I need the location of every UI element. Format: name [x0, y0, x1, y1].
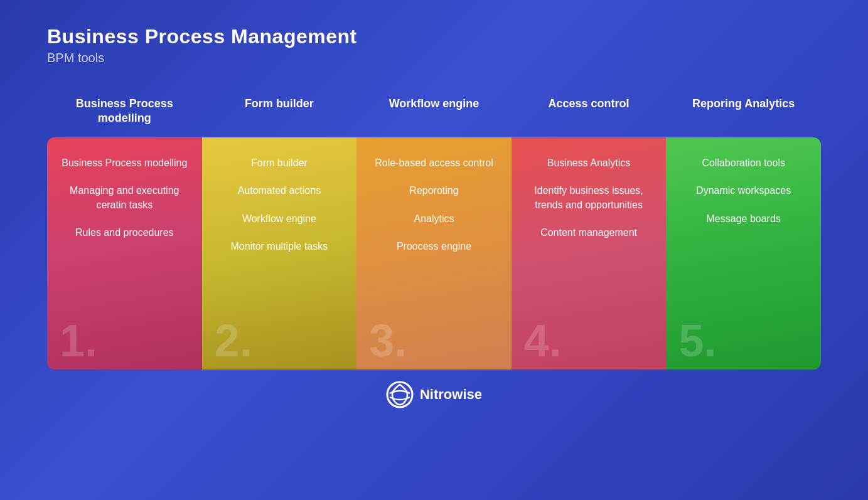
- logo-text: Nitrowise: [420, 386, 482, 403]
- list-item: Business Process modelling: [62, 156, 187, 170]
- card-col3: Role-based access controlReporotingAnaly…: [356, 137, 512, 370]
- list-item: Monitor multiple tasks: [231, 240, 328, 253]
- list-item: Content management: [540, 226, 637, 240]
- card-number: 5.: [678, 318, 716, 363]
- col-header-col2: Form builder: [202, 90, 357, 137]
- svg-point-0: [387, 382, 412, 407]
- card-number: 1.: [60, 318, 97, 363]
- card-col2: Form builderAutomated actionsWorkflow en…: [202, 137, 357, 370]
- card-col4: Business AnalyticsIdentify business issu…: [512, 137, 667, 370]
- list-item: Reporoting: [409, 184, 458, 198]
- list-item: Role-based access control: [375, 156, 493, 170]
- list-item: Dynamic workspaces: [696, 184, 791, 198]
- list-item: Managing and executing ceratin tasks: [60, 184, 190, 212]
- card-col5: Collaboration toolsDynamic workspacesMes…: [666, 137, 821, 370]
- list-item: Message boards: [707, 212, 781, 226]
- col-header-col4: Access control: [512, 90, 667, 137]
- list-item: Automated actions: [238, 184, 321, 198]
- card-col1: Business Process modellingManaging and e…: [47, 137, 202, 370]
- header: Business Process Management BPM tools: [0, 0, 868, 78]
- columns-section: Business Process modellingForm builderWo…: [0, 78, 868, 370]
- cards-row: Business Process modellingManaging and e…: [47, 137, 821, 370]
- card-number: 4.: [524, 318, 562, 363]
- page-title: Business Process Management: [47, 25, 821, 48]
- logo-icon: [386, 381, 414, 408]
- list-item: Form builder: [251, 156, 308, 170]
- list-item: Rules and procedures: [75, 226, 174, 240]
- list-item: Proocess engine: [397, 240, 471, 253]
- list-item: Workflow engine: [242, 212, 316, 226]
- list-item: Business Analytics: [547, 156, 631, 170]
- card-number: 2.: [215, 318, 252, 363]
- card-number: 3.: [369, 318, 407, 363]
- list-item: Identify business issues, trends and opp…: [524, 184, 654, 212]
- logo-container: Nitrowise: [386, 381, 482, 408]
- col-header-col5: Reporing Analytics: [666, 90, 821, 137]
- list-item: Analytics: [414, 212, 454, 226]
- col-header-col3: Workflow engine: [356, 90, 512, 137]
- col-header-col1: Business Process modelling: [47, 90, 202, 137]
- footer: Nitrowise: [0, 370, 868, 408]
- list-item: Collaboration tools: [702, 156, 785, 170]
- page-subtitle: BPM tools: [47, 51, 821, 65]
- column-headers-row: Business Process modellingForm builderWo…: [47, 90, 821, 137]
